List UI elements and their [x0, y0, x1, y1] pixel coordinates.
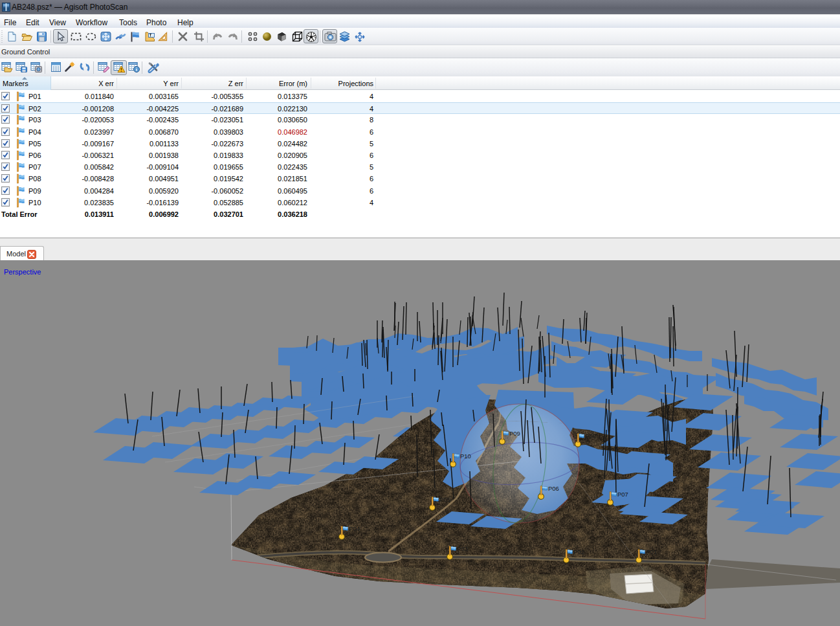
- svg-text:P01: P01: [646, 548, 657, 555]
- svg-text:P07: P07: [617, 491, 628, 498]
- svg-text:P08: P08: [585, 432, 596, 440]
- svg-text:P06: P06: [548, 485, 559, 492]
- svg-text:P09: P09: [509, 430, 520, 437]
- svg-text:P10: P10: [460, 453, 471, 460]
- svg-text:P05: P05: [439, 496, 450, 503]
- svg-text:P03: P03: [457, 545, 468, 552]
- svg-text:P04: P04: [349, 525, 360, 532]
- svg-text:P02: P02: [573, 548, 584, 555]
